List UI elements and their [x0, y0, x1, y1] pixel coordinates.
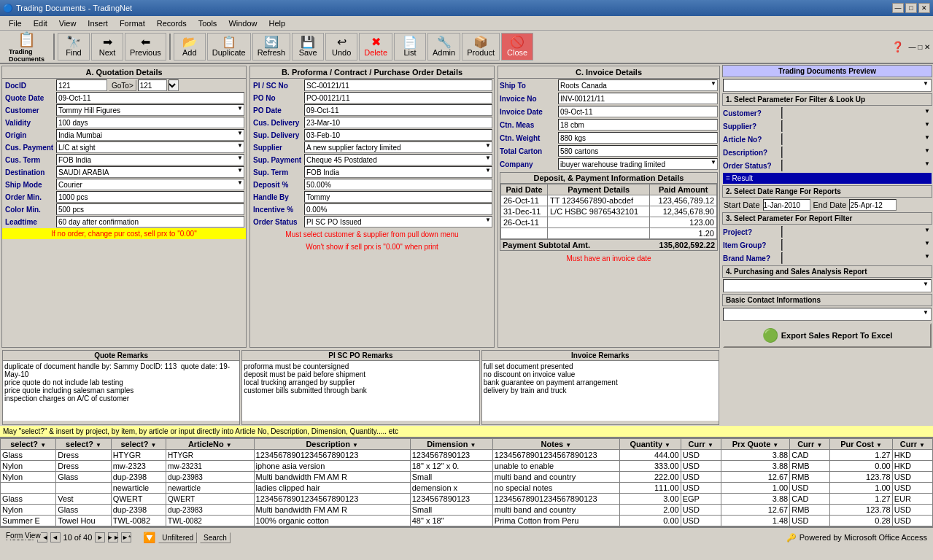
filter-supplier-select[interactable]	[781, 120, 783, 132]
quote-remarks-textarea[interactable]	[3, 361, 239, 421]
grid-cell-article[interactable]	[166, 461, 254, 472]
next-button[interactable]: ➡ Next	[91, 33, 123, 61]
ship-to-select[interactable]: Roots Canada	[558, 79, 718, 91]
nav-prev-btn[interactable]: ◄	[50, 532, 61, 542]
admin-button[interactable]: 🔧 Admin	[427, 33, 460, 61]
menu-file[interactable]: File	[3, 18, 28, 29]
preview-select[interactable]	[723, 79, 932, 92]
ctn-meas-input[interactable]	[558, 119, 718, 131]
incentive-pct-input[interactable]	[304, 203, 492, 215]
order-min-input[interactable]	[56, 191, 244, 203]
grid-cell-desc: 12345678901234567890123	[254, 450, 410, 461]
grid-cell-article[interactable]	[166, 505, 254, 516]
list-button[interactable]: 📄 List	[394, 33, 426, 61]
close-button[interactable]: 🚫 Close	[501, 33, 533, 61]
toolbar: 📋 TradingDocuments 🔭 Find ➡ Next ⬅ Previ…	[0, 31, 933, 64]
section-a-header: A. Quotation Details	[2, 66, 246, 79]
po-no-input[interactable]	[304, 92, 492, 104]
deposit-pct-input[interactable]	[304, 179, 492, 190]
menu-view[interactable]: View	[53, 18, 82, 29]
prev-button[interactable]: ⬅ Previous	[125, 33, 166, 61]
purchasing-select[interactable]	[723, 279, 932, 292]
pi-sc-remarks-textarea[interactable]	[242, 361, 479, 421]
total-carton-input[interactable]	[558, 145, 718, 157]
sup-payment-select[interactable]: Cheque 45 Postdated	[304, 154, 492, 166]
invoice-no-input[interactable]	[558, 93, 718, 104]
grid-cell-cost: 0.00	[830, 461, 892, 472]
undo-button[interactable]: ↩ Undo	[325, 33, 357, 61]
export-button[interactable]: 🟢 Export Sales Report To Excel	[723, 323, 932, 348]
payment-date	[501, 228, 548, 239]
filter-order-status-select[interactable]	[781, 160, 783, 171]
table-row: Glass Vest QWERT 12345678901234567890123…	[1, 494, 933, 505]
project-select[interactable]	[781, 226, 783, 238]
product-button[interactable]: 📦 Product	[462, 33, 500, 61]
invoice-remarks-textarea[interactable]	[482, 361, 719, 421]
unfiltered-btn[interactable]: Unfiltered	[158, 532, 197, 543]
cus-delivery-input[interactable]	[304, 117, 492, 128]
cus-payment-select[interactable]: L/C at sight	[56, 141, 244, 153]
goto-input[interactable]	[138, 79, 167, 91]
sup-delivery-input[interactable]	[304, 129, 492, 141]
nav-last-btn[interactable]: ►►	[108, 532, 118, 542]
grid-cell-article[interactable]	[166, 450, 254, 461]
end-date-input[interactable]	[849, 199, 897, 211]
menu-help[interactable]: Help	[263, 18, 292, 29]
menu-records[interactable]: Records	[151, 18, 193, 29]
contact-select[interactable]	[723, 308, 932, 321]
grid-cell-article[interactable]	[166, 516, 254, 526]
pi-sc-input[interactable]	[304, 79, 492, 91]
invoice-date-input[interactable]	[558, 106, 718, 117]
save-button[interactable]: 💾 Save	[292, 33, 324, 61]
validity-input[interactable]	[56, 117, 244, 128]
company-select[interactable]: ibuyer warehouse trading limited	[558, 158, 718, 170]
cus-term-select[interactable]: FOB India	[56, 154, 244, 166]
record-info: 10 of 40	[63, 533, 93, 542]
color-min-input[interactable]	[56, 203, 244, 215]
origin-select[interactable]: India Mumbai	[56, 129, 244, 141]
handle-by-input[interactable]	[304, 191, 492, 203]
find-button[interactable]: 🔭 Find	[58, 33, 90, 61]
docid-input[interactable]	[56, 79, 107, 91]
filter-article-select[interactable]	[781, 133, 783, 145]
quote-date-input[interactable]	[56, 92, 244, 104]
menu-edit[interactable]: Edit	[28, 18, 53, 29]
add-button[interactable]: 📂 Add	[174, 33, 206, 61]
grid-cell-qty: 111.00	[619, 483, 681, 494]
search-btn[interactable]: Search	[200, 532, 231, 543]
minimize-btn[interactable]: —	[892, 3, 904, 13]
destination-select[interactable]: SAUDI ARABIA	[56, 166, 244, 178]
goto-button[interactable]: GoTo>	[109, 79, 136, 91]
grid-cell-article[interactable]	[166, 494, 254, 505]
brand-select[interactable]	[781, 252, 783, 264]
grid-cell-curr2: USD	[790, 516, 830, 526]
menu-insert[interactable]: Insert	[82, 18, 114, 29]
grid-cell-curr3: EUR	[892, 494, 932, 505]
customer-select[interactable]: Tommy Hill Figures	[56, 104, 244, 116]
maximize-btn[interactable]: □	[905, 3, 917, 13]
menu-window[interactable]: Window	[222, 18, 263, 29]
menu-tools[interactable]: Tools	[193, 18, 223, 29]
docid-dropdown[interactable]: ▼	[169, 79, 179, 91]
grid-cell-article[interactable]	[166, 483, 254, 494]
duplicate-button[interactable]: 📋 Duplicate	[207, 33, 251, 61]
start-date-input[interactable]	[763, 199, 810, 211]
filter-desc-select[interactable]	[781, 147, 783, 158]
nav-next-btn[interactable]: ►	[95, 532, 105, 542]
delete-button[interactable]: ✖ Delete	[359, 33, 392, 61]
order-status-select[interactable]: PI SC PO Issued	[304, 216, 492, 228]
sup-term-select[interactable]: FOB India	[304, 166, 492, 178]
grid-cell-article[interactable]	[166, 472, 254, 483]
item-group-select[interactable]	[781, 239, 783, 251]
refresh-button[interactable]: 🔄 Refresh	[252, 33, 291, 61]
ship-mode-select[interactable]: Courier	[56, 179, 244, 190]
sup-payment-label: Sup. Payment	[252, 155, 304, 165]
close-btn[interactable]: ✕	[918, 3, 930, 13]
nav-new-btn[interactable]: ►*	[121, 532, 131, 542]
ctn-weight-input[interactable]	[558, 132, 718, 144]
po-date-input[interactable]	[304, 104, 492, 116]
filter-customer-select[interactable]	[781, 107, 783, 119]
leadtime-input[interactable]	[56, 216, 244, 228]
menu-format[interactable]: Format	[114, 18, 151, 29]
supplier-select[interactable]: A new supplier factory limited	[304, 141, 492, 153]
